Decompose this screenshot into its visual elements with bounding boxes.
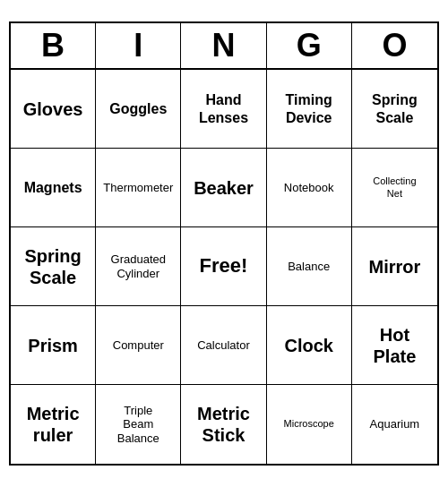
bingo-cell[interactable]: Timing Device: [267, 70, 352, 149]
bingo-cell[interactable]: Hot Plate: [352, 306, 437, 385]
bingo-cell[interactable]: Spring Scale: [11, 227, 96, 306]
cell-text: Aquarium: [370, 417, 420, 431]
bingo-cell[interactable]: Prism: [11, 306, 96, 385]
bingo-cell[interactable]: Notebook: [267, 149, 352, 227]
bingo-card: BINGO GlovesGogglesHand LensesTiming Dev…: [9, 21, 439, 466]
bingo-cell[interactable]: Metric Stick: [181, 385, 266, 464]
bingo-cell[interactable]: Balance: [267, 227, 352, 306]
bingo-cell[interactable]: Goggles: [96, 70, 181, 149]
bingo-cell[interactable]: Gloves: [11, 70, 96, 149]
bingo-header: BINGO: [11, 23, 437, 70]
cell-text: Metric Stick: [197, 403, 250, 446]
cell-text: Timing Device: [286, 91, 332, 125]
cell-text: Graduated Cylinder: [111, 252, 166, 280]
cell-text: Beaker: [194, 177, 254, 199]
bingo-cell[interactable]: Clock: [267, 306, 352, 385]
bingo-cell[interactable]: Graduated Cylinder: [96, 227, 181, 306]
cell-text: Gloves: [23, 98, 83, 120]
bingo-cell[interactable]: Free!: [181, 227, 266, 306]
cell-text: Goggles: [109, 100, 167, 117]
cell-text: Clock: [284, 335, 332, 356]
header-letter: I: [96, 23, 181, 68]
bingo-cell[interactable]: Calculator: [181, 306, 266, 385]
cell-text: Triple Beam Balance: [117, 404, 159, 446]
cell-text: Spring Scale: [24, 245, 81, 288]
cell-text: Mirror: [368, 256, 420, 278]
cell-text: Prism: [28, 335, 78, 356]
bingo-cell[interactable]: Spring Scale: [352, 70, 437, 149]
bingo-cell[interactable]: Metric ruler: [11, 385, 96, 464]
bingo-cell[interactable]: Magnets: [11, 149, 96, 227]
bingo-cell[interactable]: Beaker: [181, 149, 266, 227]
bingo-cell[interactable]: Computer: [96, 306, 181, 385]
header-letter: O: [352, 23, 437, 68]
cell-text: Computer: [113, 338, 164, 353]
cell-text: Metric ruler: [27, 403, 80, 446]
header-letter: B: [11, 23, 96, 68]
cell-text: Free!: [200, 254, 248, 278]
bingo-cell[interactable]: Collecting Net: [352, 149, 437, 227]
cell-text: Collecting Net: [373, 175, 416, 199]
cell-text: Calculator: [197, 338, 250, 353]
bingo-cell[interactable]: Mirror: [352, 227, 437, 306]
bingo-cell[interactable]: Aquarium: [352, 385, 437, 464]
header-letter: N: [181, 23, 266, 68]
bingo-cell[interactable]: Hand Lenses: [181, 70, 266, 149]
bingo-cell[interactable]: Microscope: [267, 385, 352, 464]
cell-text: Microscope: [284, 418, 334, 430]
cell-text: Balance: [288, 260, 330, 274]
cell-text: Thermometer: [103, 181, 173, 195]
cell-text: Hot Plate: [373, 324, 416, 367]
bingo-grid: GlovesGogglesHand LensesTiming DeviceSpr…: [11, 70, 437, 464]
bingo-cell[interactable]: Thermometer: [96, 149, 181, 227]
cell-text: Hand Lenses: [199, 91, 248, 125]
cell-text: Spring Scale: [372, 91, 418, 125]
cell-text: Magnets: [24, 179, 82, 196]
cell-text: Notebook: [284, 181, 334, 195]
bingo-cell[interactable]: Triple Beam Balance: [96, 385, 181, 464]
header-letter: G: [267, 23, 352, 68]
